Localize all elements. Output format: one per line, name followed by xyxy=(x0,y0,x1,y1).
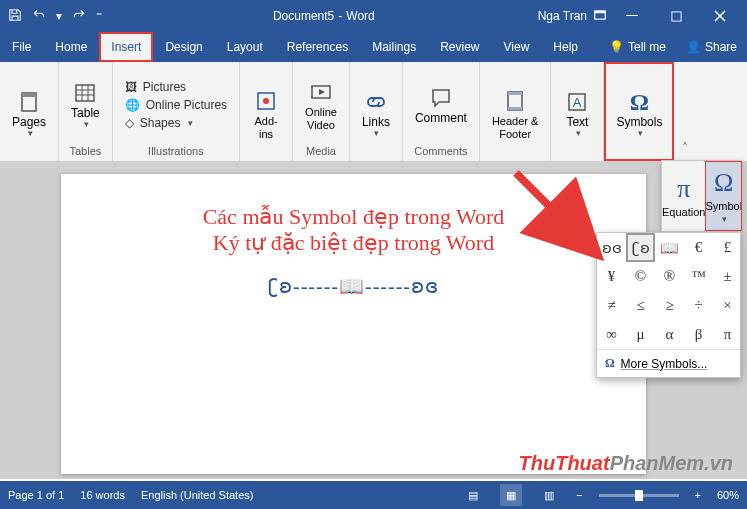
group-comments: Comment Comments xyxy=(403,62,480,161)
links-button[interactable]: Links ▾ xyxy=(356,86,396,141)
symbol-cell[interactable]: ≥ xyxy=(655,291,684,320)
ribbon-tabs: File Home Insert Design Layout Reference… xyxy=(0,32,747,62)
maximize-button[interactable] xyxy=(657,0,695,32)
symbol-cell[interactable]: × xyxy=(713,291,742,320)
symbol-cell[interactable]: ÷ xyxy=(684,291,713,320)
link-icon xyxy=(362,88,390,116)
symbol-cell[interactable]: ≠ xyxy=(597,291,626,320)
hf-label: Header & Footer xyxy=(492,115,538,139)
addins-icon xyxy=(252,87,280,115)
symbol-cell[interactable]: ʚɞ xyxy=(597,233,626,262)
video-icon xyxy=(307,78,335,106)
close-button[interactable] xyxy=(701,0,739,32)
zoom-out-button[interactable]: − xyxy=(576,489,582,501)
pages-icon xyxy=(15,88,43,116)
symbol-cell[interactable]: ± xyxy=(713,262,742,291)
symbol-cell[interactable]: © xyxy=(626,262,655,291)
text-button[interactable]: A Text ▾ xyxy=(557,86,597,141)
document-page[interactable]: Các mẫu Symbol đẹp trong Word Ký tự đặc … xyxy=(61,174,646,474)
ribbon-display-icon[interactable] xyxy=(593,8,607,25)
save-icon[interactable] xyxy=(8,8,22,25)
zoom-level[interactable]: 60% xyxy=(717,489,739,501)
tab-references[interactable]: References xyxy=(275,32,360,62)
print-layout-icon[interactable]: ▦ xyxy=(500,484,522,506)
pictures-button[interactable]: 🖼Pictures xyxy=(125,80,227,94)
qat-customize-icon[interactable]: ⁼ xyxy=(96,9,102,23)
collapse-ribbon-icon[interactable]: ˄ xyxy=(674,62,696,161)
undo-icon[interactable] xyxy=(32,8,46,25)
online-pictures-button[interactable]: 🌐Online Pictures xyxy=(125,98,227,112)
symbol-cell[interactable]: ¥ xyxy=(597,262,626,291)
symbol-cell[interactable]: € xyxy=(684,233,713,262)
online-video-button[interactable]: Online Video xyxy=(299,76,343,132)
symbol-cell[interactable]: ∞ xyxy=(597,320,626,349)
read-mode-icon[interactable]: ▤ xyxy=(462,484,484,506)
omega-icon: Ω xyxy=(605,356,615,371)
omega-icon: Ω xyxy=(714,168,733,198)
tab-mailings[interactable]: Mailings xyxy=(360,32,428,62)
ribbon-insert: Pages ▾ Table ▾ Tables 🖼Pictures 🌐Online… xyxy=(0,62,747,162)
svg-rect-16 xyxy=(508,92,522,95)
word-count[interactable]: 16 words xyxy=(80,489,125,501)
tab-review[interactable]: Review xyxy=(428,32,491,62)
symbol-cell[interactable]: μ xyxy=(626,320,655,349)
user-name[interactable]: Nga Tran xyxy=(538,9,587,23)
pi-icon: π xyxy=(677,174,690,204)
symbol-cell[interactable]: 📖 xyxy=(655,233,684,262)
zoom-in-button[interactable]: + xyxy=(695,489,701,501)
web-layout-icon[interactable]: ▥ xyxy=(538,484,560,506)
symbol-cell[interactable]: ™ xyxy=(684,262,713,291)
chevron-down-icon: ▾ xyxy=(188,118,193,128)
symbol-cell[interactable]: ® xyxy=(655,262,684,291)
group-label-illustrations: Illustrations xyxy=(119,143,233,161)
tab-view[interactable]: View xyxy=(492,32,542,62)
redo-icon[interactable] xyxy=(72,8,86,25)
page-indicator[interactable]: Page 1 of 1 xyxy=(8,489,64,501)
tab-file[interactable]: File xyxy=(0,32,43,62)
svg-text:A: A xyxy=(573,95,582,110)
pages-button[interactable]: Pages ▾ xyxy=(6,86,52,141)
symbol-button[interactable]: Ω Symbol ▾ xyxy=(705,161,742,231)
symbol-cell[interactable]: β xyxy=(684,320,713,349)
qat-dropdown-icon[interactable]: ▾ xyxy=(56,9,62,23)
shapes-button[interactable]: ◇Shapes▾ xyxy=(125,116,227,130)
minimize-button[interactable] xyxy=(613,0,651,32)
comment-button[interactable]: Comment xyxy=(409,82,473,127)
tell-me-search[interactable]: 💡Tell me xyxy=(599,40,676,54)
symbol-cell[interactable]: α xyxy=(655,320,684,349)
doc-heading-2[interactable]: Ký tự đặc biệt đẹp trong Word xyxy=(121,230,586,256)
group-addins: Add- ins xyxy=(240,62,293,161)
tab-help[interactable]: Help xyxy=(541,32,590,62)
tab-insert[interactable]: Insert xyxy=(99,32,153,62)
symbol-picker: ʚɞ ʗʚ 📖 € £ ¥ © ® ™ ± ≠ ≤ ≥ ÷ × ∞ μ α β … xyxy=(596,232,741,378)
zoom-slider[interactable] xyxy=(599,494,679,497)
more-symbols-label: More Symbols... xyxy=(621,357,708,371)
tab-home[interactable]: Home xyxy=(43,32,99,62)
symbol-cell[interactable]: ≤ xyxy=(626,291,655,320)
share-button[interactable]: 👤Share xyxy=(676,40,747,54)
share-icon: 👤 xyxy=(686,40,701,54)
table-button[interactable]: Table ▾ xyxy=(65,77,106,132)
equation-button[interactable]: π Equation xyxy=(662,161,705,231)
group-illustrations: 🖼Pictures 🌐Online Pictures ◇Shapes▾ Illu… xyxy=(113,62,240,161)
doc-heading-1[interactable]: Các mẫu Symbol đẹp trong Word xyxy=(121,204,586,230)
tab-layout[interactable]: Layout xyxy=(215,32,275,62)
symbol-cell[interactable]: π xyxy=(713,320,742,349)
more-symbols-button[interactable]: Ω More Symbols... xyxy=(597,349,740,377)
header-footer-button[interactable]: Header & Footer xyxy=(486,85,544,141)
symbol-cell[interactable]: £ xyxy=(713,233,742,262)
symbols-button[interactable]: Ω Symbols ▾ xyxy=(610,86,668,141)
doc-decoration[interactable]: ʗʚ------📖------ʚɞ xyxy=(121,274,586,298)
omega-icon: Ω xyxy=(625,88,653,116)
window-title: Document5 - Word xyxy=(110,9,538,23)
title-bar: ▾ ⁼ Document5 - Word Nga Tran xyxy=(0,0,747,32)
tab-design[interactable]: Design xyxy=(153,32,214,62)
svg-marker-14 xyxy=(319,89,325,95)
online-pictures-icon: 🌐 xyxy=(125,98,140,112)
group-tables: Table ▾ Tables xyxy=(59,62,113,161)
language-indicator[interactable]: English (United States) xyxy=(141,489,254,501)
symbol-cell[interactable]: ʗʚ xyxy=(626,233,655,262)
addins-button[interactable]: Add- ins xyxy=(246,85,286,141)
symbol-label: Symbol xyxy=(705,200,742,212)
media-label: Online Video xyxy=(305,106,337,130)
